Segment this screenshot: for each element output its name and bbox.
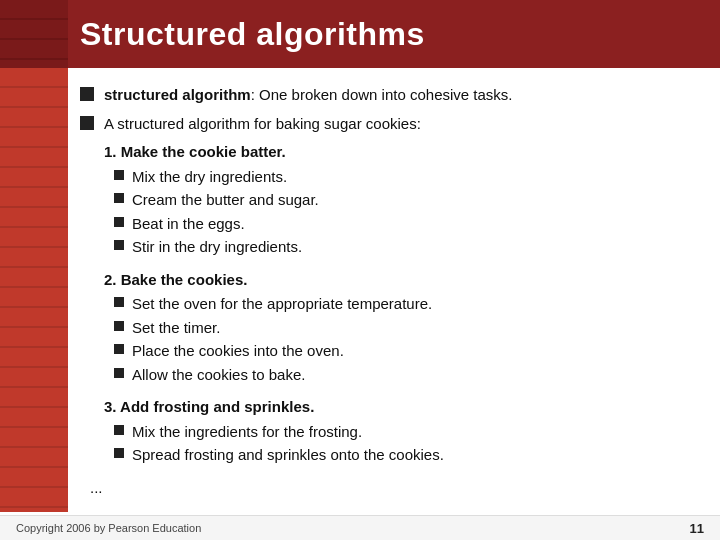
bullet-marker-2 [80,116,94,130]
sub-bullet-1-3-text: Beat in the eggs. [132,213,245,236]
bullet-1-term: structured algorithm [104,86,251,103]
sub-bullet-3-2-text: Spread frosting and sprinkles onto the c… [132,444,444,467]
sub-bullet-2-2-text: Set the timer. [132,317,220,340]
sub-bullet-marker [114,448,124,458]
footer-page-number: 11 [690,521,704,536]
sub-bullet-1-4-text: Stir in the dry ingredients. [132,236,302,259]
footer: Copyright 2006 by Pearson Education 11 [0,515,720,540]
bullet-1-text: structured algorithm: One broken down in… [104,84,696,107]
side-brick-decoration [0,68,68,512]
sub-bullet-3-1-text: Mix the ingredients for the frosting. [132,421,362,444]
slide: Structured algorithms structured algorit… [0,0,720,540]
sub-bullet-1-4: Stir in the dry ingredients. [114,236,696,259]
sub-bullet-marker [114,425,124,435]
sub-bullet-2-4-text: Allow the cookies to bake. [132,364,305,387]
sub-bullet-2-3-text: Place the cookies into the oven. [132,340,344,363]
sub-bullet-marker [114,344,124,354]
sub-bullet-marker [114,240,124,250]
slide-title: Structured algorithms [80,16,425,53]
bullet-item-2: A structured algorithm for baking sugar … [80,113,696,136]
sub-bullet-2-4: Allow the cookies to bake. [114,364,696,387]
sub-bullet-1-1: Mix the dry ingredients. [114,166,696,189]
bullet-marker-1 [80,87,94,101]
section-3-title: 3. Add frosting and sprinkles. [104,396,696,419]
footer-copyright: Copyright 2006 by Pearson Education [16,522,201,534]
section-2: 2. Bake the cookies. Set the oven for th… [104,269,696,387]
sub-bullet-2-3: Place the cookies into the oven. [114,340,696,363]
sub-bullet-2-1-text: Set the oven for the appropriate tempera… [132,293,432,316]
sub-bullet-1-2: Cream the butter and sugar. [114,189,696,212]
sub-bullet-2-1: Set the oven for the appropriate tempera… [114,293,696,316]
slide-content: structured algorithm: One broken down in… [0,68,720,515]
section-2-title: 2. Bake the cookies. [104,269,696,292]
sub-bullet-marker [114,321,124,331]
bullet-1-definition: : One broken down into cohesive tasks. [251,86,513,103]
bullet-2-intro: A structured algorithm for baking sugar … [104,115,421,132]
sub-bullet-3-1: Mix the ingredients for the frosting. [114,421,696,444]
sub-bullet-1-3: Beat in the eggs. [114,213,696,236]
sub-bullet-marker [114,297,124,307]
sub-bullet-3-2: Spread frosting and sprinkles onto the c… [114,444,696,467]
section-1: 1. Make the cookie batter. Mix the dry i… [104,141,696,259]
sub-bullet-marker [114,193,124,203]
sub-bullet-1-1-text: Mix the dry ingredients. [132,166,287,189]
sub-bullet-2-2: Set the timer. [114,317,696,340]
header: Structured algorithms [0,0,720,68]
sub-bullet-marker [114,170,124,180]
ellipsis-text: ... [90,477,696,500]
header-brick-decoration [0,0,68,68]
section-1-title: 1. Make the cookie batter. [104,141,696,164]
sub-bullet-1-2-text: Cream the butter and sugar. [132,189,319,212]
bullet-2-text: A structured algorithm for baking sugar … [104,113,696,136]
section-3: 3. Add frosting and sprinkles. Mix the i… [104,396,696,467]
bullet-item-1: structured algorithm: One broken down in… [80,84,696,107]
sub-bullet-marker [114,217,124,227]
sub-bullet-marker [114,368,124,378]
